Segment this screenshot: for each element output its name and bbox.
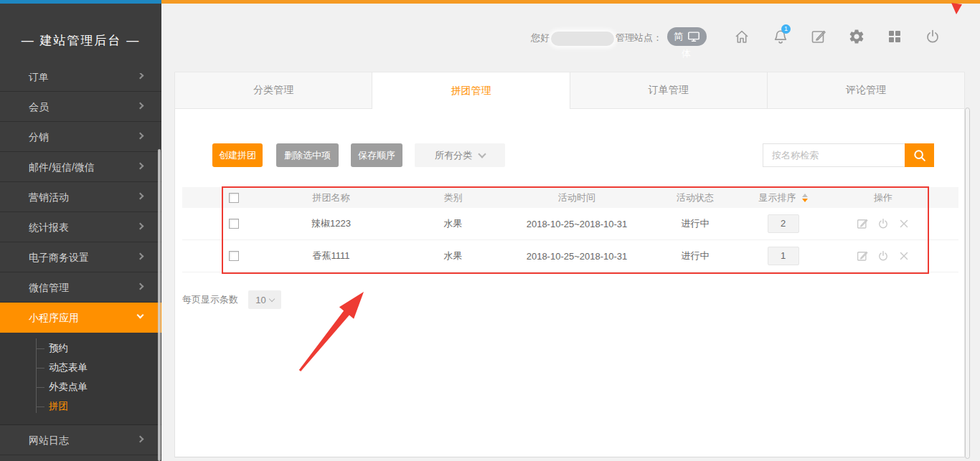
apps-grid-icon[interactable] <box>886 28 903 45</box>
gear-icon[interactable] <box>848 28 865 45</box>
col-header-time: 活动时间 <box>494 191 659 204</box>
tab-bar: 分类管理 拼团管理 订单管理 评论管理 <box>174 72 965 109</box>
edit-icon[interactable] <box>856 217 869 230</box>
chevron-right-icon <box>137 73 144 79</box>
chevron-down-icon <box>478 150 486 158</box>
per-page-select[interactable]: 10 <box>248 290 281 309</box>
table-row: 辣椒1223 水果 2018-10-25~2018-10-31 进行中 2 <box>182 208 958 240</box>
page-scrollbar[interactable] <box>965 108 970 459</box>
chevron-right-icon <box>137 252 144 260</box>
monitor-icon <box>687 30 700 43</box>
delete-x-icon[interactable] <box>897 217 910 230</box>
groupbuy-status: 进行中 <box>659 249 731 262</box>
category-filter-dropdown[interactable]: 所有分类 <box>415 143 505 167</box>
chevron-down-icon <box>137 312 144 319</box>
sort-order-field[interactable]: 1 <box>768 247 799 265</box>
chevron-right-icon <box>137 282 144 290</box>
disable-power-icon[interactable] <box>877 217 890 230</box>
edit-icon[interactable] <box>856 249 869 262</box>
search-button[interactable] <box>905 143 934 167</box>
sidebar-item-distribution[interactable]: 分销 <box>0 122 161 152</box>
top-strip-orange <box>161 0 980 4</box>
sidebar-item-site-logs[interactable]: 网站日志 <box>0 425 161 455</box>
sidebar-scrollbar[interactable] <box>158 149 161 461</box>
row-checkbox[interactable] <box>229 251 239 261</box>
chevron-down-icon <box>268 296 274 302</box>
notification-badge: 1 <box>781 24 791 34</box>
table-header-row: 拼团名称 类别 活动时间 活动状态 显示排序 操作 <box>182 187 958 208</box>
table-row: 香蕉1111 水果 2018-10-25~2018-10-31 进行中 1 <box>182 240 958 272</box>
sidebar-item-mail-sms-wechat[interactable]: 邮件/短信/微信 <box>0 152 161 182</box>
sidebar-item-marketing[interactable]: 营销活动 <box>0 182 161 212</box>
sort-asc-icon[interactable] <box>802 194 808 197</box>
header-user-info: 您好管理站点： <box>531 31 662 47</box>
col-header-sort[interactable]: 显示排序 <box>731 191 835 204</box>
col-header-category: 类别 <box>412 191 494 204</box>
greeting-text: 您好 <box>531 32 550 43</box>
submenu-item-group-buy[interactable]: 拼团 <box>0 396 161 416</box>
sidebar-item-orders-clipped[interactable]: 订单 <box>0 73 161 92</box>
language-label-overflow: 体 <box>682 47 691 60</box>
sidebar: — 建站管理后台 — 订单 会员 分销 邮件/短信/微信 营销活动 统计报表 <box>0 4 161 461</box>
per-page-label: 每页显示条数 <box>182 293 238 306</box>
submenu-item-booking[interactable]: 预约 <box>0 338 161 358</box>
save-order-button[interactable]: 保存顺序 <box>351 143 402 167</box>
chevron-right-icon <box>137 132 144 139</box>
tab-category-management[interactable]: 分类管理 <box>174 72 372 109</box>
delete-selected-button[interactable]: 删除选中项 <box>276 143 339 167</box>
home-icon[interactable] <box>733 28 750 45</box>
chevron-right-icon <box>137 162 144 169</box>
sidebar-submenu: 预约 动态表单 外卖点单 拼团 <box>0 333 161 425</box>
sidebar-item-wechat-management[interactable]: 微信管理 <box>0 272 161 303</box>
pagination-bar: 每页显示条数 10 <box>182 290 281 309</box>
compose-icon[interactable] <box>810 28 827 45</box>
tab-review-management[interactable]: 评论管理 <box>768 72 965 109</box>
col-header-actions: 操作 <box>835 191 958 204</box>
chevron-right-icon <box>137 435 144 442</box>
disable-power-icon[interactable] <box>877 249 890 262</box>
site-label: 管理站点： <box>616 32 662 43</box>
sidebar-item-miniprogram-apps[interactable]: 小程序应用 <box>0 303 161 333</box>
app-title: — 建站管理后台 — <box>0 32 161 49</box>
submenu-item-takeout-order[interactable]: 外卖点单 <box>0 377 161 396</box>
groupbuy-time: 2018-10-25~2018-10-31 <box>494 219 659 229</box>
groupbuy-time: 2018-10-25~2018-10-31 <box>494 251 659 262</box>
content-panel: 创建拼团 删除选中项 保存顺序 所有分类 拼团名称 类别 活动时间 活动状态 显… <box>174 109 965 457</box>
select-all-checkbox[interactable] <box>229 193 239 203</box>
language-switcher[interactable]: 简 <box>667 27 707 46</box>
groupbuy-name: 辣椒1223 <box>250 217 412 230</box>
chevron-right-icon <box>137 192 144 199</box>
groupbuy-category: 水果 <box>412 249 494 262</box>
sort-desc-icon[interactable] <box>802 199 808 202</box>
create-groupbuy-button[interactable]: 创建拼团 <box>212 143 263 167</box>
delete-x-icon[interactable] <box>897 249 910 262</box>
language-label: 简 <box>674 30 683 43</box>
groupbuy-name: 香蕉1111 <box>250 249 412 262</box>
col-header-name: 拼团名称 <box>250 191 412 204</box>
power-icon[interactable] <box>924 28 941 45</box>
row-checkbox[interactable] <box>229 219 239 229</box>
groupbuy-category: 水果 <box>412 217 494 230</box>
sidebar-item-ecommerce-settings[interactable]: 电子商务设置 <box>0 242 161 272</box>
tab-groupbuy-management[interactable]: 拼团管理 <box>372 72 570 109</box>
username-redacted <box>551 32 614 46</box>
submenu-item-dynamic-forms[interactable]: 动态表单 <box>0 358 161 377</box>
chevron-right-icon <box>137 102 144 109</box>
groupbuy-table: 拼团名称 类别 活动时间 活动状态 显示排序 操作 辣椒1223 水果 2018… <box>182 187 958 272</box>
sidebar-menu: 订单 会员 分销 邮件/短信/微信 营销活动 统计报表 电子商务设置 微信 <box>0 73 161 461</box>
sort-order-field[interactable]: 2 <box>768 214 799 233</box>
sidebar-item-members[interactable]: 会员 <box>0 92 161 122</box>
search-icon <box>912 148 928 163</box>
groupbuy-status: 进行中 <box>659 217 731 230</box>
chevron-right-icon <box>137 222 144 229</box>
sidebar-item-statistics[interactable]: 统计报表 <box>0 212 161 242</box>
col-header-status: 活动状态 <box>659 191 731 204</box>
app-window: — 建站管理后台 — 订单 会员 分销 邮件/短信/微信 营销活动 统计报表 <box>0 0 980 461</box>
search-input[interactable] <box>763 143 905 167</box>
bell-icon[interactable]: 1 <box>772 28 789 45</box>
tab-order-management[interactable]: 订单管理 <box>570 72 768 109</box>
